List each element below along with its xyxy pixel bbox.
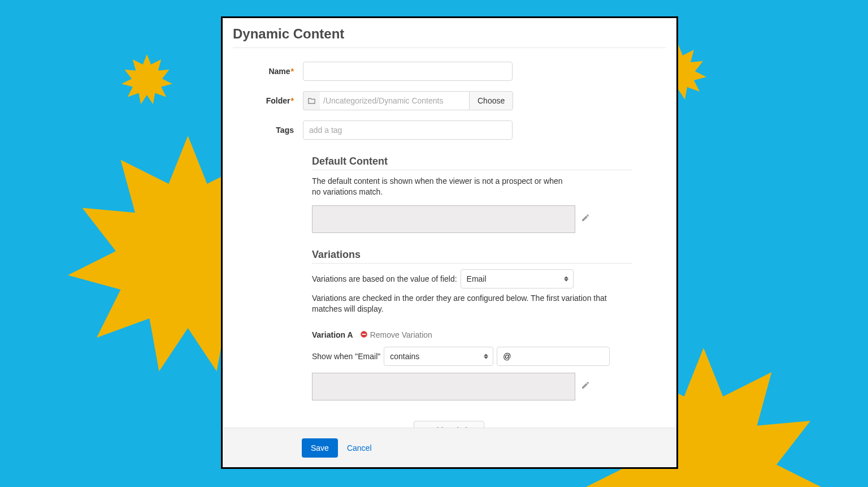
variation-a-header: Variation A Remove Variation: [312, 330, 632, 340]
remove-variation-icon[interactable]: [360, 330, 368, 340]
default-content-section: Default Content The default content is s…: [312, 156, 632, 233]
svg-rect-5: [362, 334, 366, 335]
remove-variation-link[interactable]: Remove Variation: [370, 330, 432, 339]
default-content-box[interactable]: [312, 205, 575, 233]
cancel-link[interactable]: Cancel: [347, 443, 372, 452]
form-footer: Save Cancel: [223, 428, 676, 467]
variation-a-content-box[interactable]: [312, 373, 575, 400]
chevron-updown-icon: [564, 276, 568, 281]
folder-path: /Uncategorized/Dynamic Contents: [320, 91, 469, 110]
variations-based-on-label: Variations are based on the value of fie…: [312, 274, 457, 283]
form-panel: Dynamic Content Name* Folder* /Uncategor…: [221, 16, 678, 469]
folder-field-row: Folder* /Uncategorized/Dynamic Contents …: [233, 91, 666, 110]
chevron-updown-icon: [484, 354, 488, 359]
variation-a-name: Variation A: [312, 330, 353, 339]
variations-order-note: Variations are checked in the order they…: [312, 293, 632, 314]
show-when-label: Show when "Email": [312, 352, 380, 361]
folder-icon: [303, 91, 320, 110]
choose-folder-button[interactable]: Choose: [469, 91, 513, 110]
edit-default-content-icon[interactable]: [581, 213, 590, 225]
save-button[interactable]: Save: [302, 438, 338, 458]
page-title: Dynamic Content: [233, 26, 666, 48]
svg-marker-0: [121, 54, 172, 104]
tags-input[interactable]: [303, 120, 513, 140]
tags-field-row: Tags: [233, 120, 666, 140]
variations-title: Variations: [312, 249, 632, 264]
operator-select[interactable]: contains: [384, 347, 493, 366]
starburst-decoration: [121, 54, 172, 105]
default-content-title: Default Content: [312, 156, 632, 170]
name-input[interactable]: [303, 62, 513, 81]
folder-label: Folder*: [233, 96, 303, 105]
default-content-description: The default content is shown when the vi…: [312, 176, 572, 197]
tags-label: Tags: [233, 126, 303, 135]
name-label: Name*: [233, 67, 303, 76]
variations-section: Variations Variations are based on the v…: [312, 249, 632, 440]
variations-field-select[interactable]: Email: [461, 269, 574, 288]
name-field-row: Name*: [233, 62, 666, 81]
edit-variation-a-icon[interactable]: [581, 381, 590, 392]
variation-value-input[interactable]: [497, 347, 610, 366]
